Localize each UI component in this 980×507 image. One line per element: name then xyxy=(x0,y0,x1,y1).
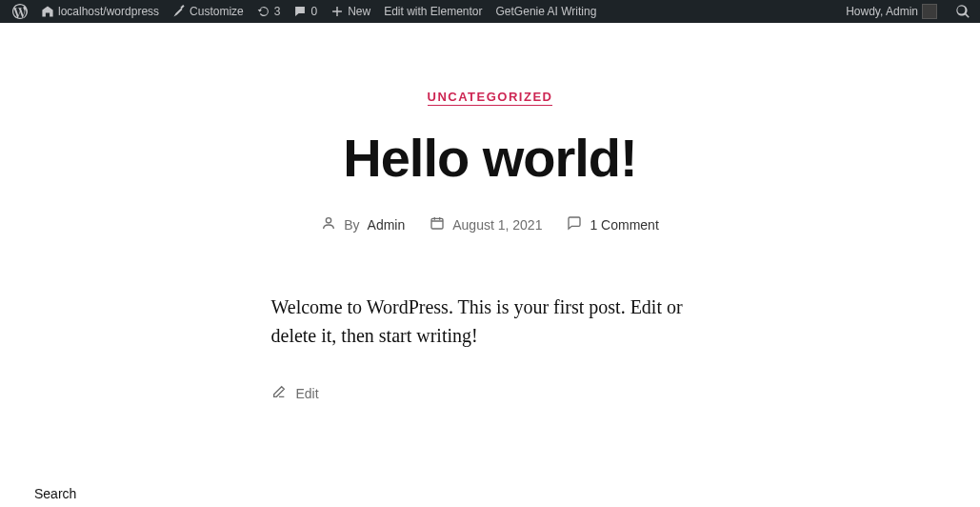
comments-count-label: 1 Comment xyxy=(590,217,658,233)
admin-bar-right: Howdy, Admin xyxy=(839,0,974,23)
svg-point-0 xyxy=(327,218,331,223)
category-link[interactable]: UNCATEGORIZED xyxy=(428,90,553,106)
post-date: August 1, 2021 xyxy=(452,217,542,233)
meta-author: By Admin xyxy=(321,215,405,233)
by-label: By xyxy=(344,217,359,233)
comment-bubble-icon xyxy=(293,5,307,18)
avatar xyxy=(922,4,937,19)
home-icon xyxy=(41,5,54,18)
post-body: Welcome to WordPress. This is your first… xyxy=(271,293,710,350)
customize-label: Customize xyxy=(190,5,244,18)
updates-count: 3 xyxy=(274,5,281,18)
brush-icon xyxy=(172,5,186,18)
edit-elementor-link[interactable]: Edit with Elementor xyxy=(377,0,489,23)
site-name-text: localhost/wordpress xyxy=(58,5,159,18)
edit-elementor-label: Edit with Elementor xyxy=(384,5,482,18)
updates-link[interactable]: 3 xyxy=(250,0,288,23)
search-heading: Search xyxy=(34,486,76,501)
wp-admin-bar: localhost/wordpress Customize 3 0 New xyxy=(0,0,980,23)
account-menu[interactable]: Howdy, Admin xyxy=(839,0,944,23)
post-header: UNCATEGORIZED Hello world! By Admin Augu… xyxy=(186,23,795,233)
getgenie-label: GetGenie AI Writing xyxy=(496,5,597,18)
admin-bar-left: localhost/wordpress Customize 3 0 New xyxy=(6,0,603,23)
meta-comments[interactable]: 1 Comment xyxy=(567,215,658,233)
update-icon xyxy=(257,5,270,18)
plus-icon xyxy=(330,5,344,18)
post-title: Hello world! xyxy=(186,127,795,189)
post-meta: By Admin August 1, 2021 1 Comment xyxy=(186,215,795,233)
new-label: New xyxy=(348,5,370,18)
howdy-text: Howdy, Admin xyxy=(846,5,918,18)
search-toggle[interactable] xyxy=(951,0,974,23)
search-icon xyxy=(955,4,970,19)
calendar-icon xyxy=(430,215,445,233)
edit-icon xyxy=(271,384,287,402)
comments-link[interactable]: 0 xyxy=(287,0,324,23)
getgenie-link[interactable]: GetGenie AI Writing xyxy=(490,0,604,23)
author-name[interactable]: Admin xyxy=(368,217,406,233)
edit-post-link[interactable]: Edit xyxy=(296,386,319,401)
wordpress-logo-icon xyxy=(12,4,28,19)
svg-rect-1 xyxy=(431,218,443,229)
person-icon xyxy=(321,215,336,233)
site-name-link[interactable]: localhost/wordpress xyxy=(34,0,166,23)
meta-date: August 1, 2021 xyxy=(430,215,542,233)
new-content-link[interactable]: New xyxy=(324,0,377,23)
wp-logo-menu[interactable] xyxy=(6,0,34,23)
customize-link[interactable]: Customize xyxy=(166,0,250,23)
edit-post-row: Edit xyxy=(271,384,710,402)
comments-count: 0 xyxy=(310,5,317,18)
comment-icon xyxy=(567,215,582,233)
